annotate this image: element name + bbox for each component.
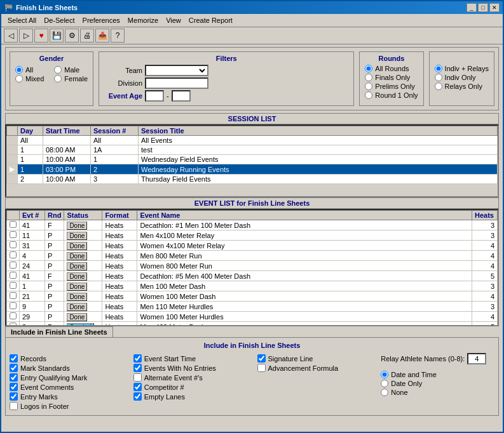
event-row-heats: 3: [472, 302, 498, 312]
relay-input[interactable]: [467, 353, 486, 364]
include-checkbox[interactable]: [257, 354, 266, 363]
event-row[interactable]: 11 P Done Heats Men 4x100 Meter Relay 3: [7, 230, 498, 241]
include-checkbox[interactable]: [133, 354, 142, 363]
session-row-session: 1A: [91, 145, 139, 155]
date-radio[interactable]: [381, 380, 388, 387]
event-row[interactable]: 4 P Done Heats Men 800 Meter Run 4: [7, 251, 498, 261]
session-table-container[interactable]: Day Start Time Session # Session Title A…: [5, 124, 499, 197]
menu-view[interactable]: View: [162, 15, 185, 25]
session-col-title[interactable]: Session Title: [139, 126, 498, 136]
include-label: Event Comments: [20, 383, 74, 391]
include-label: Advancement Formula: [268, 364, 339, 372]
event-row-check[interactable]: [7, 302, 20, 312]
event-row-check[interactable]: [7, 261, 20, 271]
include-checkbox[interactable]: [133, 364, 142, 372]
settings-button[interactable]: ⚙: [65, 29, 79, 43]
event-row-check[interactable]: [7, 241, 20, 251]
menu-preferences[interactable]: Preferences: [79, 15, 124, 25]
include-checkbox[interactable]: [133, 392, 142, 401]
menu-memorize[interactable]: Memorize: [124, 15, 162, 25]
include-checkbox[interactable]: [10, 354, 18, 363]
undo-forward-button[interactable]: ▷: [19, 29, 33, 43]
gender-female-label: Female: [64, 75, 88, 83]
rounds-prelims-radio[interactable]: [365, 83, 372, 90]
event-row[interactable]: 29 P Done Heats Women 100 Meter Hurdles …: [7, 312, 498, 322]
rounds-round1-radio[interactable]: [365, 91, 372, 99]
date-radio[interactable]: [381, 371, 388, 378]
gender-mixed-radio[interactable]: [15, 75, 23, 83]
gender-male-radio[interactable]: [54, 66, 62, 74]
include-checkbox[interactable]: [10, 383, 18, 391]
maximize-button[interactable]: □: [478, 3, 488, 12]
event-age-label: Event Age: [104, 92, 142, 100]
division-input[interactable]: [145, 77, 208, 89]
event-row[interactable]: 3 P Seeded Heats Men 400 Meter Dash 5: [7, 322, 498, 327]
event-row[interactable]: 31 P Done Heats Women 4x100 Meter Relay …: [7, 241, 498, 251]
undo-back-button[interactable]: ◁: [4, 29, 18, 43]
event-table-container[interactable]: Evt # Rnd Status Format Event Name Heats…: [5, 209, 499, 326]
gender-female-radio[interactable]: [54, 75, 62, 83]
close-button[interactable]: ✕: [489, 3, 500, 12]
event-col-evt[interactable]: Evt #: [20, 211, 45, 220]
include-checkbox[interactable]: [10, 392, 18, 401]
event-row[interactable]: 41 F Done Heats Decathlon: #1 Men 100 Me…: [7, 220, 498, 230]
include-checkbox[interactable]: [133, 383, 142, 391]
session-row[interactable]: ▶ 1 03:00 PM 2 Wednesday Running Events: [7, 164, 498, 175]
event-col-name[interactable]: Event Name: [137, 211, 472, 220]
event-col-heats[interactable]: Heats: [472, 211, 498, 220]
gender-all-radio[interactable]: [15, 66, 23, 74]
event-col-format[interactable]: Format: [102, 211, 137, 220]
menu-select-all[interactable]: Select All: [4, 15, 40, 25]
session-col-start-time[interactable]: Start Time: [43, 126, 91, 136]
heart-button[interactable]: ♥: [34, 29, 48, 43]
event-row-check[interactable]: [7, 312, 20, 322]
indiv-relays-radio[interactable]: [435, 65, 442, 72]
relays-only-radio[interactable]: [435, 83, 442, 90]
session-col-day[interactable]: Day: [18, 126, 43, 136]
rounds-finals-radio[interactable]: [365, 74, 372, 81]
include-tab[interactable]: Include in Finish Line Sheets: [5, 326, 113, 337]
session-row-session: 3: [91, 175, 139, 184]
menu-create-report[interactable]: Create Report: [185, 15, 236, 25]
include-label: Empty Lanes: [144, 393, 185, 401]
event-row-check[interactable]: [7, 291, 20, 302]
event-col-status[interactable]: Status: [64, 211, 102, 220]
rounds-all-radio[interactable]: [365, 65, 372, 72]
event-row[interactable]: 21 P Done Heats Women 100 Meter Dash 4: [7, 291, 498, 302]
event-col-rnd[interactable]: Rnd: [45, 211, 64, 220]
event-row[interactable]: 41 F Done Heats Decathlon: #5 Men 400 Me…: [7, 271, 498, 281]
include-checkbox[interactable]: [10, 364, 18, 372]
include-checkbox[interactable]: [257, 364, 266, 372]
menu-de-select[interactable]: De-Select: [40, 15, 78, 25]
event-row[interactable]: 1 P Done Heats Men 100 Meter Dash 3: [7, 281, 498, 291]
event-row-check[interactable]: [7, 230, 20, 241]
include-checkbox[interactable]: [10, 402, 18, 410]
print-button[interactable]: 🖨: [80, 29, 94, 43]
gender-mixed-row: Mixed: [15, 75, 44, 83]
include-check-row: Event Start Time: [133, 354, 247, 363]
indiv-only-radio[interactable]: [435, 74, 442, 81]
session-row[interactable]: All All All Events: [7, 136, 498, 145]
help-button[interactable]: ?: [111, 29, 125, 43]
event-row-check[interactable]: [7, 251, 20, 261]
team-select[interactable]: [145, 65, 208, 76]
save-button[interactable]: 💾: [50, 29, 64, 43]
export-button[interactable]: 📤: [95, 29, 109, 43]
session-col-session[interactable]: Session #: [91, 126, 139, 136]
event-row-check[interactable]: [7, 220, 20, 230]
event-row-check[interactable]: [7, 271, 20, 281]
minimize-button[interactable]: _: [467, 3, 477, 12]
event-row[interactable]: 24 P Done Heats Women 800 Meter Run 4: [7, 261, 498, 271]
event-row-heats: 3: [472, 230, 498, 241]
event-row-check[interactable]: [7, 281, 20, 291]
session-row[interactable]: 2 10:00 AM 3 Thursday Field Events: [7, 175, 498, 184]
event-row[interactable]: 9 P Done Heats Men 110 Meter Hurdles 3: [7, 302, 498, 312]
include-checkbox[interactable]: [133, 373, 142, 382]
include-checkbox[interactable]: [10, 373, 18, 382]
session-row[interactable]: 1 08:00 AM 1A test: [7, 145, 498, 155]
event-age-min-input[interactable]: [145, 90, 164, 102]
event-age-max-input[interactable]: [172, 90, 191, 102]
session-row[interactable]: 1 10:00 AM 1 Wednesday Field Events: [7, 155, 498, 164]
date-radio[interactable]: [381, 389, 388, 396]
event-row-check[interactable]: [7, 322, 20, 327]
